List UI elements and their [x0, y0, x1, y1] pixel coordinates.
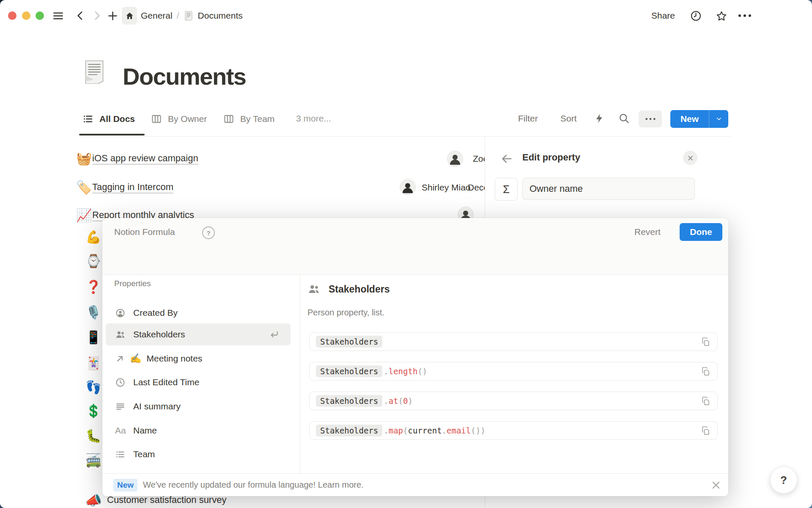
formula-example[interactable]: Stakeholders.length(): [309, 362, 718, 381]
row-icon-phone: 📱: [85, 330, 102, 345]
home-button[interactable]: [122, 7, 137, 25]
property-name-input[interactable]: [522, 178, 695, 200]
clock-icon: [115, 377, 126, 388]
avatar: [447, 151, 463, 167]
code-token: Stakeholders: [316, 365, 382, 377]
property-item-team[interactable]: Team: [106, 443, 291, 465]
code-token: Stakeholders: [316, 336, 382, 348]
property-item-name[interactable]: Aa Name: [106, 420, 291, 442]
row-icon-basket: 🧺: [76, 152, 92, 166]
copy-icon[interactable]: [701, 425, 711, 436]
property-label: Stakeholders: [133, 329, 185, 340]
breadcrumb: General / Documents: [141, 10, 243, 21]
detail-title: Stakeholders: [329, 284, 390, 295]
tab-label: By Team: [240, 114, 274, 124]
search-icon[interactable]: [618, 113, 630, 124]
banner-message[interactable]: We've recently updated our formula langu…: [143, 480, 364, 490]
property-item-created-by[interactable]: Created By: [106, 302, 291, 324]
people-icon: [115, 329, 126, 340]
people-icon: [307, 283, 320, 295]
revert-button[interactable]: Revert: [634, 223, 661, 241]
properties-heading: Properties: [114, 279, 151, 288]
help-button[interactable]: ?: [770, 467, 797, 494]
close-icon[interactable]: [683, 151, 697, 165]
date-cell: Dece: [468, 182, 485, 193]
row-icon-caterpillar: 🐛: [85, 428, 102, 444]
formula-example[interactable]: Stakeholders: [309, 332, 718, 351]
code-function: at: [389, 396, 398, 406]
formula-editor-title: Notion Formula: [114, 223, 175, 241]
code-function: email: [447, 426, 471, 435]
breadcrumb-separator: /: [177, 10, 179, 21]
property-item-ai-summary[interactable]: AI summary: [106, 395, 291, 417]
row-title[interactable]: Tagging in Intercom: [92, 182, 173, 193]
row-icon-label: 🏷️: [76, 180, 92, 195]
tab-label: All Docs: [99, 114, 135, 124]
board-view-icon: [223, 113, 234, 124]
updates-clock-icon[interactable]: [690, 10, 702, 22]
property-item-stakeholders[interactable]: Stakeholders: [106, 323, 291, 345]
tab-all-docs[interactable]: All Docs: [82, 113, 135, 124]
banner-close-icon[interactable]: [710, 480, 721, 491]
back-arrow-icon[interactable]: [500, 152, 513, 165]
traffic-light-zoom[interactable]: [36, 11, 44, 20]
new-page-icon[interactable]: [107, 10, 118, 22]
row-icon-microphone: 🎙️: [85, 305, 102, 320]
sort-button[interactable]: Sort: [560, 113, 577, 124]
code-punct: (: [398, 396, 403, 406]
more-options-icon[interactable]: [738, 12, 752, 19]
help-circle-icon[interactable]: ?: [202, 226, 215, 239]
code-number: 0: [403, 396, 408, 406]
tab-more-views[interactable]: 3 more...: [296, 113, 331, 124]
code-punct: .: [384, 396, 388, 406]
page-emoji-writing-hand: ✍️: [130, 353, 141, 364]
breadcrumb-page[interactable]: Documents: [198, 10, 243, 21]
filter-button[interactable]: Filter: [518, 113, 538, 124]
row-icon-muscle: 💪: [85, 229, 102, 245]
done-button[interactable]: Done: [680, 223, 722, 241]
title-aa-icon: Aa: [115, 425, 126, 436]
property-item-last-edited-time[interactable]: Last Edited Time: [106, 371, 291, 393]
property-item-meeting-notes[interactable]: ✍️ Meeting notes: [106, 348, 291, 370]
view-options-button[interactable]: [639, 110, 662, 127]
code-token: Stakeholders: [316, 395, 382, 407]
detail-heading: Stakeholders: [307, 283, 390, 295]
back-icon[interactable]: [75, 10, 86, 21]
sidebar-menu-icon[interactable]: [52, 10, 64, 22]
code-function: map: [389, 426, 403, 435]
code-punct: .: [384, 426, 388, 435]
panel-title: Edit property: [522, 152, 580, 163]
formula-example[interactable]: Stakeholders.map(current.email()): [309, 421, 718, 440]
property-label: Created By: [133, 308, 178, 318]
formula-example[interactable]: Stakeholders.at(0): [309, 392, 718, 410]
copy-icon[interactable]: [701, 366, 711, 376]
tab-label: 3 more...: [296, 113, 331, 124]
automation-bolt-icon[interactable]: [594, 113, 605, 124]
copy-icon[interactable]: [701, 396, 711, 406]
page-icon-document[interactable]: [82, 59, 107, 84]
new-button[interactable]: New: [670, 110, 728, 128]
forward-icon[interactable]: [91, 10, 102, 21]
traffic-light-minimize[interactable]: [22, 11, 30, 20]
property-label: Meeting notes: [146, 353, 202, 364]
tab-by-team[interactable]: By Team: [223, 113, 274, 124]
row-icon-watch: ⌚: [85, 254, 102, 269]
share-button[interactable]: Share: [651, 10, 675, 21]
tab-by-owner[interactable]: By Owner: [151, 113, 207, 124]
row-icon-chart: 📈: [76, 208, 92, 223]
code-token: Stakeholders: [316, 425, 382, 436]
row-title[interactable]: iOS app review campaign: [92, 153, 198, 164]
property-type-sigma-button[interactable]: Σ: [495, 178, 518, 201]
row-icon-trolleybus: 🚎: [85, 453, 102, 468]
favorite-star-icon[interactable]: [716, 10, 727, 22]
new-dropdown-chevron[interactable]: [709, 116, 728, 122]
copy-icon[interactable]: [701, 337, 711, 347]
code-punct: ): [408, 396, 413, 406]
property-label: Team: [133, 449, 155, 459]
breadcrumb-section[interactable]: General: [141, 10, 173, 21]
traffic-light-close[interactable]: [8, 11, 16, 20]
row-icon-footprints: 👣: [85, 380, 102, 395]
row-icon-megaphone: 📣: [85, 493, 102, 508]
notion-window: General / Documents Share Documents All …: [0, 0, 812, 508]
new-button-label: New: [670, 114, 709, 124]
